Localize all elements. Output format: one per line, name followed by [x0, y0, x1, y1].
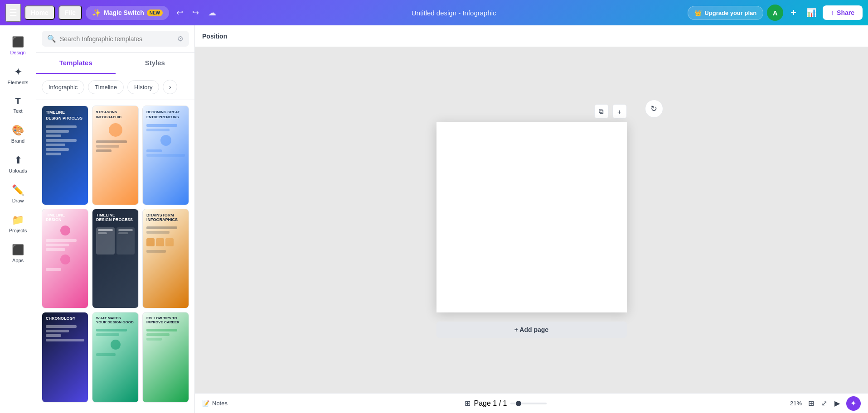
template-item[interactable]: TIMELINEDESIGN	[42, 209, 88, 308]
magic-switch-button[interactable]: ✨ Magic Switch NEW	[86, 6, 169, 20]
cloud-save-button[interactable]: ☁	[204, 5, 220, 20]
search-area: 🔍 ⚙	[36, 25, 194, 53]
canvas-toolbar: Position	[195, 25, 868, 47]
elements-icon: ✦	[14, 66, 22, 78]
sidebar-label-brand: Brand	[11, 138, 24, 144]
rotate-button[interactable]: ↻	[645, 100, 663, 118]
sidebar-item-projects[interactable]: 📁 Projects	[0, 209, 36, 239]
notes-button[interactable]: 📝 Notes	[202, 400, 228, 407]
brand-icon: 🎨	[12, 125, 24, 136]
document-title[interactable]: Untitled design - Infographic	[223, 9, 684, 17]
sidebar-item-brand[interactable]: 🎨 Brand	[0, 119, 36, 149]
magic-switch-label: Magic Switch	[104, 9, 144, 16]
undo-button[interactable]: ↩	[173, 5, 187, 20]
chip-timeline[interactable]: Timeline	[88, 80, 124, 94]
sidebar: ⬛ Design ✦ Elements T Text 🎨 Brand ⬆ Upl…	[0, 25, 36, 413]
share-icon: ↑	[831, 9, 834, 16]
share-label: Share	[837, 9, 854, 16]
add-page-button[interactable]: + Add page	[436, 322, 627, 338]
topnav: ☰ Home File ✨ Magic Switch NEW ↩ ↪ ☁ Unt…	[0, 0, 868, 25]
tab-styles[interactable]: Styles	[116, 53, 195, 74]
uploads-icon: ⬆	[14, 154, 22, 166]
sidebar-label-uploads: Uploads	[9, 168, 27, 173]
template-item[interactable]: BRAINSTORMINFOGRAPHICS	[142, 209, 189, 308]
zoom-controls: 21% ⊞ ⤢ ▶ ✦	[784, 396, 861, 411]
apps-icon: ⬛	[12, 244, 24, 256]
chip-history[interactable]: History	[127, 80, 159, 94]
bottom-bar: 📝 Notes ⊞ Page 1 / 1 21% ⊞ ⤢ ▶ ✦	[195, 393, 868, 413]
page-indicator: Page 1 / 1	[474, 399, 507, 408]
filter-icon[interactable]: ⚙	[177, 34, 184, 43]
template-item[interactable]: WHAT MAKESYOUR DESIGN GOOD	[92, 312, 139, 403]
sidebar-label-apps: Apps	[12, 258, 24, 263]
sidebar-label-elements: Elements	[8, 80, 29, 85]
template-row-3: CHRONOLOGY WHAT MAKESYOUR DESIGN GOOD	[42, 312, 189, 403]
add-element-button[interactable]: +	[612, 104, 627, 119]
upgrade-label: Upgrade your plan	[704, 10, 756, 16]
template-item[interactable]: TIMELINEDESIGN PROCESS	[92, 209, 139, 308]
grid-view-button[interactable]: ⊞	[805, 397, 817, 409]
sidebar-label-design: Design	[10, 50, 25, 55]
notes-icon: 📝	[202, 400, 209, 407]
sidebar-item-design[interactable]: ⬛ Design	[0, 31, 36, 61]
main-layout: ⬛ Design ✦ Elements T Text 🎨 Brand ⬆ Upl…	[0, 25, 868, 413]
add-collaborator-button[interactable]: +	[787, 5, 800, 20]
sidebar-item-text[interactable]: T Text	[0, 91, 36, 119]
search-box[interactable]: 🔍 ⚙	[42, 31, 189, 47]
template-item[interactable]: FOLLOW TIPS TOIMPROVE CAREER	[142, 312, 189, 403]
canvas-top-controls: ⧉ +	[594, 104, 627, 119]
share-button[interactable]: ↑ Share	[823, 5, 863, 20]
chips-next-arrow[interactable]: ›	[163, 80, 177, 94]
home-button[interactable]: Home	[24, 5, 55, 20]
zoom-percent: 21%	[784, 400, 802, 407]
fullscreen-button[interactable]: ⤢	[819, 397, 830, 409]
canvas-page[interactable]	[436, 122, 627, 312]
panel-tabs: Templates Styles	[36, 53, 194, 74]
help-button[interactable]: ✦	[846, 396, 861, 411]
template-item[interactable]: 5 REASONSINFOGRAPHIC	[92, 106, 139, 205]
bottom-center: ⊞ Page 1 / 1	[465, 399, 547, 408]
draw-icon: ✏️	[12, 184, 24, 196]
notes-label: Notes	[212, 400, 228, 407]
chip-infographic[interactable]: Infographic	[42, 80, 84, 94]
sidebar-item-uploads[interactable]: ⬆ Uploads	[0, 149, 36, 179]
templates-grid: TIMELINEDESIGN PROCESS 5 REASONSINFOGRAP…	[36, 100, 194, 413]
undo-redo-group: ↩ ↪ ☁	[173, 5, 220, 20]
template-row-1: TIMELINEDESIGN PROCESS 5 REASONSINFOGRAP…	[42, 106, 189, 205]
template-row-2: TIMELINEDESIGN TIMELINEDESIGN PROCESS	[42, 209, 189, 308]
filter-chips: Infographic Timeline History ›	[36, 74, 194, 100]
canvas-page-container: ⧉ + ↻ + Add page	[436, 122, 627, 338]
tab-templates[interactable]: Templates	[36, 53, 116, 74]
sidebar-item-elements[interactable]: ✦ Elements	[0, 61, 36, 91]
template-panel: 🔍 ⚙ Templates Styles Infographic Timelin…	[36, 25, 195, 413]
file-button[interactable]: File	[58, 5, 82, 20]
avatar[interactable]: A	[767, 5, 783, 21]
topnav-right: 👑 Upgrade your plan A + 📊 ↑ Share	[688, 5, 863, 21]
search-icon: 🔍	[47, 34, 56, 43]
magic-icon: ✨	[92, 9, 101, 17]
copy-page-button[interactable]: ⧉	[594, 104, 609, 119]
present-button[interactable]: ▶	[832, 397, 843, 409]
template-item[interactable]: BECOMING GREATENTREPRENEURS	[142, 106, 189, 205]
canvas-content[interactable]: ⧉ + ↻ + Add page	[195, 47, 868, 413]
projects-icon: 📁	[12, 214, 24, 226]
template-item[interactable]: TIMELINEDESIGN PROCESS	[42, 106, 88, 205]
show-pages-button[interactable]: ⊞	[465, 399, 470, 408]
crown-icon: 👑	[694, 10, 702, 16]
stats-button[interactable]: 📊	[804, 5, 819, 20]
zoom-slider[interactable]	[510, 403, 547, 404]
sidebar-item-apps[interactable]: ⬛ Apps	[0, 239, 36, 269]
new-badge: NEW	[147, 10, 163, 16]
design-icon: ⬛	[12, 36, 24, 48]
canvas-area: Position ⧉ + ↻ + Add page 📝 Notes	[195, 25, 868, 413]
sidebar-label-draw: Draw	[12, 198, 24, 203]
sidebar-label-text: Text	[13, 108, 22, 114]
position-label: Position	[202, 33, 227, 40]
upgrade-button[interactable]: 👑 Upgrade your plan	[688, 6, 763, 20]
zoom-thumb[interactable]	[516, 401, 521, 406]
search-input[interactable]	[60, 35, 174, 43]
redo-button[interactable]: ↪	[189, 5, 203, 20]
sidebar-item-draw[interactable]: ✏️ Draw	[0, 179, 36, 209]
template-item[interactable]: CHRONOLOGY	[42, 312, 88, 403]
menu-button[interactable]: ☰	[5, 4, 21, 22]
